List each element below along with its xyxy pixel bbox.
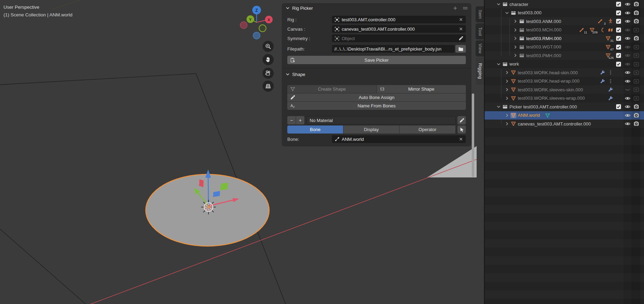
disable-render-camera-icon[interactable] — [633, 103, 640, 110]
outliner-item-label[interactable]: test003.ANM.000 — [526, 19, 561, 24]
outliner-row[interactable]: test003.WORK.head-skin.000 — [485, 68, 644, 77]
camera-view-button[interactable] — [263, 68, 274, 79]
filepath-field[interactable]: //..\..\..\Desktop\Travail\Bl...rs_et_pr… — [332, 45, 455, 53]
hide-viewport-eye-icon[interactable] — [624, 103, 631, 110]
axis-minus-x-ball[interactable] — [240, 22, 247, 29]
outliner-item-label[interactable]: test003.WORK.sleeves-wrap.000 — [518, 96, 585, 101]
outliner-item-label[interactable]: canevas_test003.AMT.controller.000 — [518, 121, 591, 127]
outliner-item-label[interactable]: test003.000 — [518, 10, 541, 15]
rig-object-field[interactable]: test003.AMT.controller.000 — [332, 16, 466, 23]
expand-chevron-icon[interactable] — [513, 36, 518, 41]
outliner-row[interactable]: test003.000 — [485, 9, 644, 17]
disable-render-camera-icon[interactable] — [633, 95, 640, 102]
browse-file-button[interactable] — [455, 45, 466, 53]
hide-viewport-eye-icon[interactable] — [624, 26, 631, 33]
hide-viewport-eye-icon[interactable] — [624, 35, 631, 42]
disable-render-camera-icon[interactable] — [633, 52, 640, 59]
hide-viewport-eye-icon[interactable] — [624, 18, 631, 25]
sidebar-tab-rigging[interactable]: Rigging — [476, 58, 484, 85]
disable-render-camera-icon[interactable] — [633, 78, 640, 85]
tab-display[interactable]: Display — [343, 126, 399, 134]
exclude-checkbox[interactable] — [615, 18, 622, 25]
outliner-item-label[interactable]: test003.WORK.sleeves-skin.000 — [518, 87, 583, 92]
outliner-item-label[interactable]: work — [509, 61, 519, 67]
exclude-checkbox[interactable] — [615, 26, 622, 33]
sidebar-tab-tool[interactable]: Tool — [476, 23, 484, 39]
shape-collapse-chevron-icon[interactable] — [285, 72, 290, 77]
hide-viewport-eye-icon[interactable] — [624, 78, 631, 85]
navigation-gizmo[interactable]: Z Y X — [234, 3, 280, 40]
shape-subpanel-header[interactable]: Shape — [282, 70, 471, 78]
outliner-row[interactable]: test003.WORK.sleeves-skin.000 — [485, 85, 644, 94]
canvas-object-field[interactable]: canevas_test003.AMT.controller.000 — [332, 25, 466, 33]
expand-chevron-icon[interactable] — [505, 113, 509, 118]
panel-collapse-chevron-icon[interactable] — [285, 6, 290, 10]
clear-rig-icon[interactable] — [459, 17, 463, 22]
expand-chevron-icon[interactable] — [505, 96, 509, 101]
exclude-checkbox[interactable] — [615, 52, 622, 59]
hide-viewport-eye-icon[interactable] — [624, 86, 631, 93]
expand-chevron-icon[interactable] — [513, 45, 518, 50]
exclude-checkbox[interactable] — [615, 1, 622, 8]
outliner-item-label[interactable]: test003.WGT.000 — [526, 44, 561, 50]
axis-minus-y-ball[interactable] — [259, 25, 266, 32]
name-from-bones-button[interactable]: AZ Name From Bones — [287, 102, 466, 110]
tab-operator[interactable]: Operator — [400, 126, 455, 134]
collapse-chevron-icon[interactable] — [496, 104, 501, 109]
exclude-checkbox[interactable] — [615, 9, 622, 16]
hide-viewport-eye-icon[interactable] — [624, 1, 631, 8]
expand-chevron-icon[interactable] — [513, 28, 518, 32]
outliner-item-label[interactable]: test003.WORK.head-wrap.000 — [518, 78, 579, 84]
outliner-row[interactable]: test003.WGT.00047 — [485, 43, 644, 52]
outliner-row[interactable]: test003.MCH.00011209 — [485, 26, 644, 35]
exclude-checkbox[interactable] — [615, 35, 622, 42]
outliner-item-label[interactable]: Picker test003.AMT.controller.000 — [509, 104, 577, 109]
tab-bone[interactable]: Bone — [287, 126, 343, 134]
disable-render-camera-icon[interactable] — [633, 26, 640, 33]
collapse-chevron-icon[interactable] — [496, 2, 501, 7]
disable-render-camera-icon[interactable] — [633, 120, 640, 127]
outliner-row[interactable]: test003.PMH.000126 — [485, 51, 644, 60]
disable-render-camera-icon[interactable] — [633, 44, 640, 51]
expand-chevron-icon[interactable] — [505, 70, 509, 75]
disable-render-camera-icon[interactable] — [633, 9, 640, 16]
outliner-row[interactable]: test003.WORK.head-wrap.000 — [485, 77, 644, 86]
exclude-checkbox[interactable] — [615, 61, 622, 68]
orthographic-grid-button[interactable] — [263, 81, 274, 92]
disable-render-camera-icon[interactable] — [633, 61, 640, 68]
outliner-item-label[interactable]: test003.WORK.head-skin.000 — [518, 70, 578, 75]
axis-minus-z-ball[interactable] — [253, 32, 260, 39]
exclude-checkbox[interactable] — [615, 103, 622, 110]
disable-render-camera-icon[interactable] — [633, 69, 640, 76]
disable-render-camera-icon[interactable] — [633, 35, 640, 42]
material-add-button[interactable]: + — [296, 116, 304, 124]
bone-field[interactable]: ANM.world — [332, 135, 466, 143]
expand-chevron-icon[interactable] — [505, 79, 509, 84]
hide-viewport-eye-icon[interactable] — [624, 44, 631, 51]
hide-viewport-eye-icon[interactable] — [624, 69, 631, 76]
expand-chevron-icon[interactable] — [513, 53, 518, 58]
hide-viewport-eye-icon[interactable] — [624, 112, 631, 119]
outliner-row[interactable]: ANM.world — [485, 111, 644, 120]
outliner-item-label[interactable]: test003.MCH.000 — [526, 27, 561, 32]
collapse-chevron-icon[interactable] — [505, 10, 509, 15]
symmetry-eyedropper-icon[interactable] — [459, 36, 463, 41]
panel-drag-handle-icon[interactable] — [463, 6, 468, 11]
save-picker-button[interactable]: Save Picker — [287, 56, 466, 64]
sidebar-scrollbar[interactable] — [472, 93, 474, 177]
exclude-checkbox[interactable] — [615, 44, 622, 51]
outliner-row[interactable]: test003.ANM.0003 — [485, 17, 644, 26]
outliner-row[interactable]: test003.WORK.sleeves-wrap.000 — [485, 94, 644, 103]
outliner-item-label[interactable]: test003.RMH.000 — [526, 36, 561, 41]
material-eyedropper-button[interactable] — [457, 116, 466, 124]
collapse-chevron-icon[interactable] — [496, 62, 501, 67]
outliner[interactable]: charactertest003.000test003.ANM.0003test… — [485, 0, 644, 304]
hide-viewport-eye-icon[interactable] — [624, 61, 631, 68]
hide-viewport-eye-icon[interactable] — [624, 95, 631, 102]
hide-viewport-eye-icon[interactable] — [624, 9, 631, 16]
material-name-field[interactable]: No Material — [306, 116, 456, 124]
mirror-shape-button[interactable]: Mirror Shape — [377, 85, 466, 93]
select-cursor-button[interactable] — [457, 126, 466, 134]
outliner-row[interactable]: test003.RMH.00031 — [485, 34, 644, 43]
disable-render-camera-icon[interactable] — [633, 1, 640, 8]
